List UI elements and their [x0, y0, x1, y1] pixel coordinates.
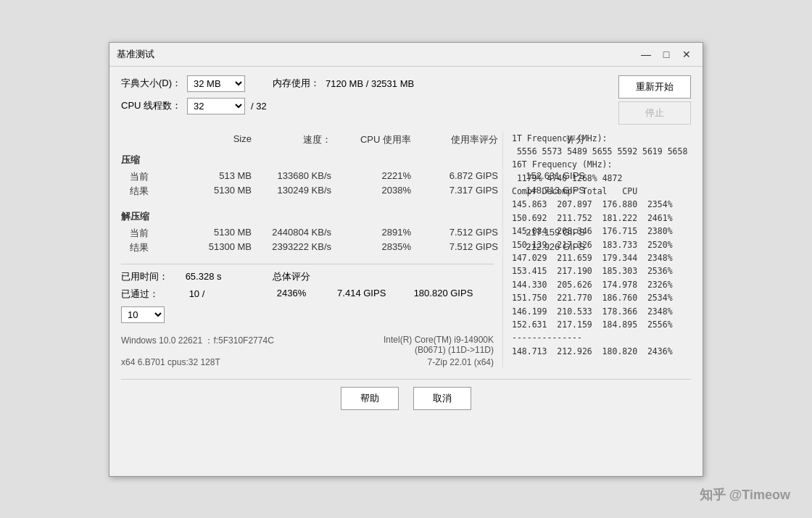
mem-value: 7120 MB / 32531 MB [326, 78, 414, 89]
dict-size-select[interactable]: 32 MB [187, 75, 245, 92]
passed-label: 已通过： [121, 288, 159, 299]
bottom-summary: 已用时间： 65.328 s 总体评分 已通过： 10 / 2436% 7.41… [121, 264, 494, 323]
col-label [121, 133, 179, 146]
compress-current-size: 513 MB [179, 170, 252, 183]
col-speed: 速度： [252, 133, 331, 146]
close-button[interactable]: ✕ [678, 47, 695, 62]
cpu-detail: (B0671) (11D->11D) [415, 345, 494, 355]
cpu-name: Intel(R) Core(TM) i9-14900K [384, 335, 494, 345]
compress-result-r1: 7.317 GIPS [411, 185, 498, 198]
decompress-current-size: 5130 MB [179, 227, 252, 240]
decompress-result-cpu: 2835% [331, 241, 411, 254]
compress-result-label: 结果 [121, 185, 179, 198]
total-rating1: 7.414 GIPS [320, 288, 386, 301]
decompress-current-label: 当前 [121, 227, 179, 240]
arch-info: x64 6.B701 cpus:32 128T [121, 357, 220, 367]
os-info: Windows 10.0 22621 ：f:5F310F2774C [121, 335, 274, 355]
total-cpu-rating: 2436% [255, 288, 306, 301]
total-label: 总体评分 [273, 270, 310, 283]
total-rating2: 180.820 GIPS [400, 288, 473, 301]
cpu-threads-row: CPU 线程数： 32 / 32 [121, 98, 414, 114]
restore-button[interactable]: □ [658, 47, 675, 62]
decompress-result-label: 结果 [121, 241, 179, 254]
watermark: 知乎 @Timeow [700, 486, 790, 504]
compress-result-size: 5130 MB [179, 185, 252, 198]
elapsed-value: 65.328 s [186, 271, 222, 282]
left-panel: Size 速度： CPU 使用率 使用率评分 评分 压缩 当前 513 MB 1… [121, 132, 494, 367]
right-panel-stats: 1T Frequency (MHz): 5556 5573 5489 5655 … [512, 132, 691, 359]
window-title: 基准测试 [117, 48, 154, 61]
compress-current-label: 当前 [121, 170, 179, 183]
col-rating1: 使用率评分 [411, 133, 498, 146]
passed-value: 10 / [189, 288, 205, 299]
action-buttons: 重新开始 停止 [618, 75, 691, 125]
decompress-result-size: 51300 MB [179, 241, 252, 254]
compress-current-cpu: 2221% [331, 170, 411, 183]
decompress-current-speed: 2440804 KB/s [252, 227, 331, 240]
decompress-title: 解压缩 [121, 210, 494, 223]
title-bar: 基准测试 — □ ✕ [109, 43, 703, 67]
minimize-button[interactable]: — [637, 47, 655, 62]
stop-button: 停止 [618, 101, 691, 125]
footer-buttons: 帮助 取消 [121, 379, 691, 410]
cancel-button[interactable]: 取消 [413, 387, 471, 410]
col-cpu: CPU 使用率 [331, 133, 411, 146]
compress-title: 压缩 [121, 154, 494, 167]
passes-select[interactable]: 10 [121, 306, 165, 323]
elapsed-group: 已用时间： 65.328 s [121, 270, 222, 283]
decompress-result-speed: 2393222 KB/s [252, 241, 331, 254]
main-content: Size 速度： CPU 使用率 使用率评分 评分 压缩 当前 513 MB 1… [121, 132, 691, 367]
decompress-result-r1: 7.512 GIPS [411, 241, 498, 254]
compress-current-speed: 133680 KB/s [252, 170, 331, 183]
decompress-current-r1: 7.512 GIPS [411, 227, 498, 240]
cpu-threads-max: / 32 [251, 101, 267, 112]
help-button[interactable]: 帮助 [341, 387, 399, 410]
start-button[interactable]: 重新开始 [618, 75, 691, 99]
window-controls: — □ ✕ [637, 47, 695, 62]
compress-current-row: 当前 513 MB 133680 KB/s 2221% 6.872 GIPS 1… [121, 170, 494, 184]
col-size: Size [179, 133, 252, 146]
decompress-current-row: 当前 5130 MB 2440804 KB/s 2891% 7.512 GIPS… [121, 226, 494, 241]
form-fields: 字典大小(D)： 32 MB 内存使用： 7120 MB / 32531 MB … [121, 75, 414, 114]
mem-label: 内存使用： [273, 77, 320, 90]
compress-result-speed: 130249 KB/s [252, 185, 331, 198]
top-section: 字典大小(D)： 32 MB 内存使用： 7120 MB / 32531 MB … [121, 75, 691, 125]
cpu-threads-label: CPU 线程数： [121, 99, 181, 112]
decompress-current-cpu: 2891% [331, 227, 411, 240]
dict-size-row: 字典大小(D)： 32 MB 内存使用： 7120 MB / 32531 MB [121, 75, 414, 92]
compress-result-row: 结果 5130 MB 130249 KB/s 2038% 7.317 GIPS … [121, 184, 494, 199]
compress-current-r1: 6.872 GIPS [411, 170, 498, 183]
passed-group: 已通过： 10 / [121, 288, 204, 301]
decompress-result-row: 结果 51300 MB 2393222 KB/s 2835% 7.512 GIP… [121, 241, 494, 255]
zip-info: 7-Zip 22.01 (x64) [428, 357, 494, 367]
right-panel: 1T Frequency (MHz): 5556 5573 5489 5655 … [502, 132, 691, 367]
dict-size-label: 字典大小(D)： [121, 77, 181, 90]
cpu-threads-select[interactable]: 32 [187, 98, 245, 114]
compress-result-cpu: 2038% [331, 185, 411, 198]
table-header: Size 速度： CPU 使用率 使用率评分 评分 [121, 132, 494, 148]
elapsed-label: 已用时间： [121, 271, 168, 282]
